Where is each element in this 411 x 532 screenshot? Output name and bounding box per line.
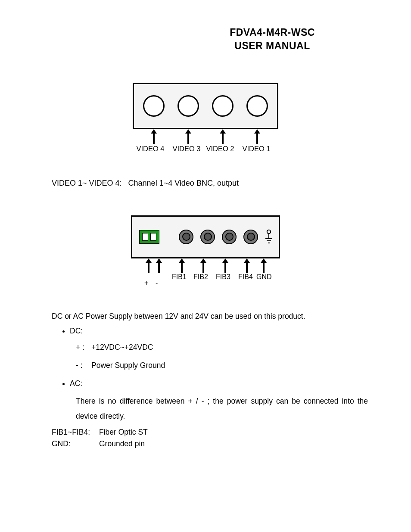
bnc-connector-icon [212, 95, 234, 117]
svg-marker-15 [261, 258, 267, 273]
fib-range-value: Fiber Optic ST [99, 426, 148, 438]
video-desc-value: Channel 1~4 Video BNC, output [128, 179, 239, 187]
fib-label-row: FIB1 FIB2 FIB3 FIB4 GND + - [137, 273, 274, 289]
gnd-label: GND [256, 273, 272, 281]
svg-marker-1 [185, 129, 191, 144]
fib-port-label: FIB1 [172, 273, 187, 281]
arrow-up-icon [254, 129, 260, 144]
dc-title: DC: [70, 327, 83, 335]
svg-marker-13 [222, 258, 228, 273]
gnd-value: Grounded pin [99, 438, 145, 450]
svg-point-4 [267, 230, 271, 233]
fib-arrow-row [139, 258, 272, 273]
video-panel-box [133, 83, 278, 129]
fib-port-label: FIB2 [193, 273, 208, 281]
fiber-st-connector-icon [222, 230, 237, 244]
fiber-st-connector-icon [179, 230, 193, 244]
arrow-up-icon [261, 258, 267, 273]
svg-marker-3 [254, 129, 260, 144]
video-description: VIDEO 1~ VIDEO 4: Channel 1~4 Video BNC,… [43, 177, 368, 190]
bnc-connector-icon [246, 95, 268, 117]
svg-marker-2 [220, 129, 226, 144]
video-port-label: VIDEO 3 [171, 145, 202, 153]
arrow-up-icon [151, 129, 157, 144]
arrow-up-icon [156, 258, 162, 273]
terminal-block-icon [139, 230, 159, 244]
power-fiber-panel-box [131, 215, 280, 258]
terminal-pin-icon [142, 233, 148, 241]
video-port-label: VIDEO 4 [134, 145, 166, 153]
svg-marker-0 [151, 129, 157, 144]
arrow-up-icon [146, 258, 152, 273]
arrow-up-icon [200, 258, 206, 273]
dc-positive-text: +12VDC~+24VDC [91, 341, 153, 353]
ac-title: AC: [70, 379, 82, 388]
arrow-up-icon [220, 129, 226, 144]
power-fiber-panel-diagram: FIB1 FIB2 FIB3 FIB4 GND + - [43, 215, 368, 289]
fib-port-label: FIB3 [216, 273, 230, 281]
svg-marker-12 [200, 258, 206, 273]
fiber-st-connector-icon [200, 230, 215, 244]
video-port-label: VIDEO 1 [240, 145, 272, 153]
arrow-up-icon [185, 129, 191, 144]
bnc-connector-icon [143, 95, 165, 117]
fib-port-label: FIB4 [238, 273, 253, 281]
ac-description-text: There is no difference between + / - ; t… [76, 394, 368, 424]
fiber-st-connector-icon [243, 230, 258, 244]
video-port-label: VIDEO 2 [204, 145, 236, 153]
fib-range-key: FIB1~FIB4: [52, 426, 99, 438]
svg-marker-10 [156, 258, 162, 273]
svg-marker-14 [244, 258, 250, 273]
definitions-block: FIB1~FIB4: Fiber Optic ST GND: Grounded … [52, 426, 368, 450]
power-positive-label: + [144, 279, 148, 287]
gnd-key: GND: [52, 438, 99, 450]
doc-header: FDVA4-M4R-WSC USER MANUAL [177, 26, 368, 53]
video-panel-diagram: VIDEO 4 VIDEO 3 VIDEO 2 VIDEO 1 [43, 83, 368, 153]
arrow-up-icon [244, 258, 250, 273]
video-desc-key: VIDEO 1~ VIDEO 4: [52, 179, 122, 187]
video-label-row: VIDEO 4 VIDEO 3 VIDEO 2 VIDEO 1 [134, 145, 277, 153]
svg-marker-11 [179, 258, 185, 273]
doc-title-line2: USER MANUAL [177, 39, 368, 53]
arrow-up-icon [222, 258, 228, 273]
ground-symbol-icon [265, 229, 273, 245]
dc-negative-text: Power Supply Ground [91, 359, 165, 371]
bnc-connector-icon [177, 95, 199, 117]
power-intro-text: DC or AC Power Supply between 12V and 24… [52, 310, 368, 322]
svg-marker-9 [146, 258, 152, 273]
power-description-block: DC or AC Power Supply between 12V and 24… [43, 310, 368, 424]
arrow-up-icon [179, 258, 185, 273]
video-arrow-row [134, 129, 277, 144]
power-negative-label: - [156, 279, 158, 287]
doc-title-line1: FDVA4-M4R-WSC [177, 26, 368, 39]
dc-negative-symbol: - : [76, 359, 91, 371]
dc-positive-symbol: + : [76, 341, 91, 353]
terminal-pin-icon [150, 233, 156, 241]
